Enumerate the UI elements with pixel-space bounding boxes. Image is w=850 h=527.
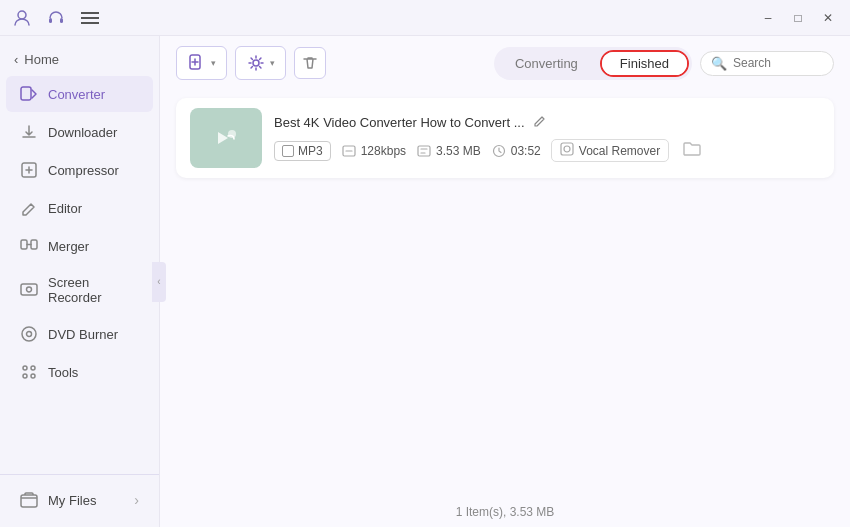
converting-tab[interactable]: Converting (497, 52, 596, 75)
table-row: Best 4K Video Converter How to Convert .… (176, 98, 834, 178)
duration-value: 03:52 (511, 144, 541, 158)
delete-button[interactable] (294, 47, 326, 79)
search-icon: 🔍 (711, 56, 727, 71)
tools-icon (20, 363, 38, 381)
file-info: Best 4K Video Converter How to Convert .… (274, 114, 820, 162)
sidebar-item-merger[interactable]: Merger (6, 228, 153, 264)
file-meta: MP3 128kbps (274, 139, 820, 162)
sidebar-item-editor[interactable]: Editor (6, 190, 153, 226)
back-arrow-icon: ‹ (14, 52, 18, 67)
svg-rect-23 (418, 146, 430, 156)
menu-icon-btn[interactable] (76, 4, 104, 32)
app-body: ‹ Home Converter Downloader (0, 36, 850, 527)
svg-rect-25 (561, 143, 573, 155)
compressor-icon (20, 161, 38, 179)
svg-rect-1 (49, 18, 52, 23)
svg-point-13 (27, 332, 32, 337)
toolbar: ▾ ▾ (160, 36, 850, 90)
close-button[interactable]: ✕ (814, 7, 842, 29)
finished-tab-wrapper: Finished (600, 50, 689, 77)
svg-rect-9 (31, 240, 37, 249)
vocal-remover-button[interactable]: Vocal Remover (551, 139, 669, 162)
size-chip: 3.53 MB (416, 143, 481, 159)
editor-icon (20, 199, 38, 217)
tools-label: Tools (48, 365, 78, 380)
window-controls: – □ ✕ (754, 7, 842, 29)
sidebar-item-tools[interactable]: Tools (6, 354, 153, 390)
svg-point-14 (23, 366, 27, 370)
title-bar: – □ ✕ (0, 0, 850, 36)
sidebar-item-screen-recorder[interactable]: Screen Recorder (6, 266, 153, 314)
svg-rect-10 (21, 284, 37, 295)
add-file-button[interactable]: ▾ (176, 46, 227, 80)
svg-point-20 (253, 60, 259, 66)
svg-rect-6 (21, 87, 31, 100)
svg-point-12 (22, 327, 36, 341)
sidebar-item-downloader[interactable]: Downloader (6, 114, 153, 150)
main-content: ▾ ▾ (160, 36, 850, 527)
svg-point-11 (27, 287, 32, 292)
sidebar-item-dvd-burner[interactable]: DVD Burner (6, 316, 153, 352)
file-list: Best 4K Video Converter How to Convert .… (160, 90, 850, 497)
compressor-label: Compressor (48, 163, 119, 178)
settings-caret: ▾ (270, 58, 275, 68)
merger-label: Merger (48, 239, 89, 254)
maximize-button[interactable]: □ (784, 7, 812, 29)
sidebar-item-my-files[interactable]: My Files › (6, 482, 153, 518)
format-chip[interactable]: MP3 (274, 141, 331, 161)
search-input[interactable] (733, 56, 823, 70)
file-thumbnail (190, 108, 262, 168)
edit-icon[interactable] (533, 114, 547, 131)
search-box: 🔍 (700, 51, 834, 76)
svg-point-26 (564, 146, 570, 152)
folder-button[interactable] (683, 141, 701, 161)
my-files-label: My Files (48, 493, 96, 508)
sidebar: ‹ Home Converter Downloader (0, 36, 160, 527)
settings-button[interactable]: ▾ (235, 46, 286, 80)
my-files-arrow: › (134, 492, 139, 508)
title-bar-icon-group (8, 4, 104, 32)
sidebar-item-converter[interactable]: Converter (6, 76, 153, 112)
finished-tab[interactable]: Finished (602, 52, 687, 75)
add-file-caret: ▾ (211, 58, 216, 68)
minimize-button[interactable]: – (754, 7, 782, 29)
bitrate-value: 128kbps (361, 144, 406, 158)
format-label: MP3 (298, 144, 323, 158)
clock-icon (491, 143, 507, 159)
svg-rect-18 (21, 495, 37, 507)
my-files-icon (20, 491, 38, 509)
status-text: 1 Item(s), 3.53 MB (456, 505, 555, 519)
headset-icon-btn[interactable] (42, 4, 70, 32)
dvd-burner-icon (20, 325, 38, 343)
screen-recorder-label: Screen Recorder (48, 275, 139, 305)
svg-rect-8 (21, 240, 27, 249)
converter-icon (20, 85, 38, 103)
format-square-icon (282, 145, 294, 157)
downloader-icon (20, 123, 38, 141)
downloader-label: Downloader (48, 125, 117, 140)
user-icon-btn[interactable] (8, 4, 36, 32)
sidebar-item-compressor[interactable]: Compressor (6, 152, 153, 188)
bitrate-chip: 128kbps (341, 143, 406, 159)
sidebar-back-home[interactable]: ‹ Home (0, 44, 159, 75)
sidebar-collapse-handle[interactable]: ‹ (152, 262, 166, 302)
merger-icon (20, 237, 38, 255)
svg-point-21 (228, 130, 236, 138)
converter-label: Converter (48, 87, 105, 102)
vocal-icon (560, 142, 574, 159)
dvd-burner-label: DVD Burner (48, 327, 118, 342)
editor-label: Editor (48, 201, 82, 216)
file-title-row: Best 4K Video Converter How to Convert .… (274, 114, 820, 131)
sidebar-bottom: My Files › (0, 474, 159, 519)
file-title: Best 4K Video Converter How to Convert .… (274, 115, 525, 130)
svg-point-17 (31, 374, 35, 378)
status-bar: 1 Item(s), 3.53 MB (160, 497, 850, 527)
svg-point-15 (31, 366, 35, 370)
size-icon (416, 143, 432, 159)
vocal-remover-label: Vocal Remover (579, 144, 660, 158)
add-file-icon (187, 53, 207, 73)
size-value: 3.53 MB (436, 144, 481, 158)
settings-icon (246, 53, 266, 73)
bitrate-icon (341, 143, 357, 159)
svg-rect-2 (60, 18, 63, 23)
